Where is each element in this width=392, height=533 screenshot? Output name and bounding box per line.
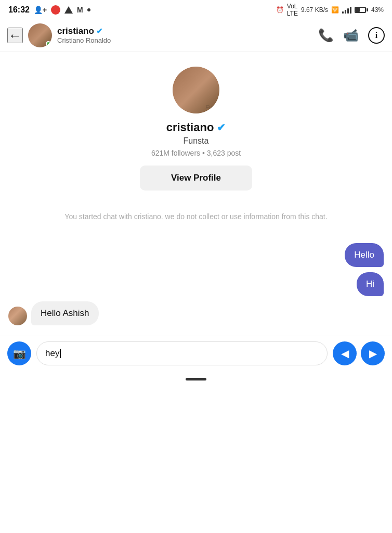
signal-bars — [342, 6, 351, 14]
camera-icon: 📷 — [13, 347, 26, 360]
message-avatar — [8, 307, 27, 325]
input-bar: 📷 hey ◀ ▶ — [0, 336, 392, 374]
back-button[interactable]: ← — [7, 28, 23, 43]
send-actions: ◀ ▶ — [333, 341, 385, 365]
chat-header: ← cristiano ✔ Cristiano Ronaldo 📞 📹 i — [0, 19, 392, 52]
camera-button[interactable]: 📷 — [7, 341, 31, 365]
status-time: 16:32 — [8, 5, 30, 15]
lte-label: VoLLTE — [287, 3, 298, 17]
send-back-button[interactable]: ◀ — [333, 341, 357, 365]
message-text: Hello — [354, 250, 374, 260]
notification-icon — [51, 5, 60, 15]
messages-area: Hello Hi Hello Ashish — [0, 238, 392, 336]
header-avatar[interactable] — [28, 23, 52, 47]
header-name: cristiano ✔ — [57, 26, 318, 36]
sent-message: Hello — [345, 243, 384, 267]
info-button[interactable]: i — [368, 27, 385, 44]
profile-verified-badge: ✔ — [217, 121, 226, 134]
call-button[interactable]: 📞 — [318, 28, 334, 43]
message-input-text: hey — [45, 348, 59, 359]
header-username: Cristiano Ronaldo — [57, 36, 318, 44]
wifi-icon: 🛜 — [331, 6, 339, 14]
header-info: cristiano ✔ Cristiano Ronaldo — [57, 26, 318, 44]
profile-display-name: cristiano — [166, 121, 214, 134]
profile-name: cristiano ✔ — [166, 121, 226, 134]
profile-section: Funsta cristiano ✔ Funsta 621M followers… — [0, 52, 392, 201]
profile-avatar-image — [173, 67, 219, 113]
battery-icon — [355, 7, 368, 13]
chat-info: You started chat with cristiano. we do n… — [0, 201, 392, 238]
person-icon: 👤+ — [34, 6, 47, 14]
signal-bar-3 — [347, 8, 349, 14]
video-icon: 📹 — [343, 28, 359, 42]
chevron-right-icon: ▶ — [369, 347, 377, 360]
verified-badge: ✔ — [96, 27, 103, 36]
signal-bar-1 — [342, 11, 344, 14]
view-profile-button[interactable]: View Profile — [140, 166, 252, 191]
phone-icon: 📞 — [318, 28, 334, 42]
profile-stats: 621M followers • 3,623 post — [151, 149, 241, 157]
text-cursor — [60, 349, 61, 358]
message-input-area[interactable]: hey — [36, 341, 328, 365]
chevron-left-icon: ◀ — [341, 347, 349, 360]
info-icon: i — [368, 27, 385, 44]
contact-name: cristiano — [57, 26, 94, 36]
network-speed: 9.67 KB/s — [301, 6, 328, 14]
message-row: Hello — [8, 243, 384, 267]
home-bar — [0, 374, 392, 383]
message-text: Hi — [366, 279, 374, 289]
received-message: Hello Ashish — [31, 301, 99, 325]
signal-bar-4 — [350, 7, 351, 14]
alarm-icon: ⏰ — [276, 6, 284, 14]
alert-icon — [64, 6, 73, 14]
status-bar: 16:32 👤+ M ⏰ VoLLTE 9.67 KB/s 🛜 43% — [0, 0, 392, 19]
profile-username: Funsta — [184, 136, 209, 146]
dot-icon — [87, 8, 90, 11]
header-actions: 📞 📹 i — [318, 27, 385, 44]
profile-avatar: Funsta — [173, 67, 219, 113]
message-row: Hello Ashish — [8, 301, 384, 325]
chat-info-text: You started chat with cristiano. we do n… — [64, 212, 327, 221]
signal-bar-2 — [345, 10, 346, 14]
status-left: 16:32 👤+ M — [8, 5, 90, 15]
battery-percent: 43% — [371, 6, 384, 14]
message-row: Hi — [8, 272, 384, 296]
sent-message: Hi — [357, 272, 384, 296]
online-indicator — [46, 41, 51, 46]
video-call-button[interactable]: 📹 — [343, 28, 359, 43]
home-indicator — [186, 378, 206, 380]
send-forward-button[interactable]: ▶ — [361, 341, 385, 365]
message-text: Hello Ashish — [41, 308, 89, 318]
mail-icon: M — [77, 6, 83, 14]
status-right: ⏰ VoLLTE 9.67 KB/s 🛜 43% — [276, 3, 384, 17]
